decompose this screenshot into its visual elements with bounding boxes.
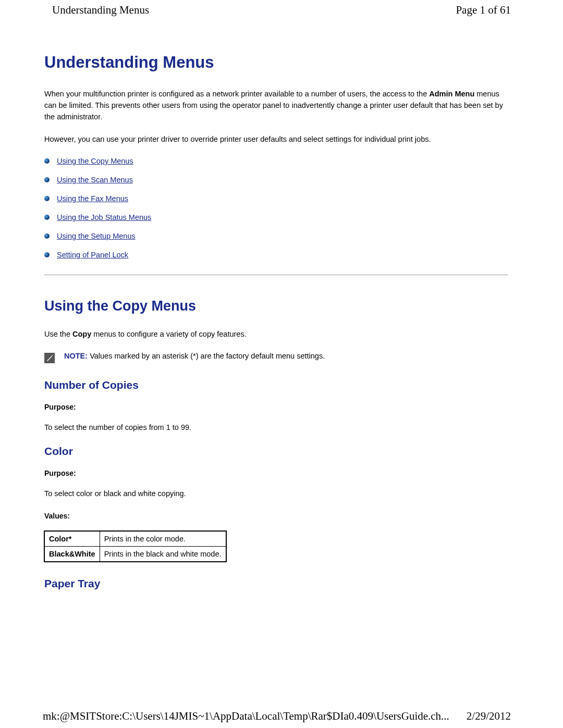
link-setup-menus[interactable]: Using the Setup Menus: [57, 232, 136, 240]
value-name: Black&White: [45, 547, 100, 562]
purpose-label: Purpose:: [44, 468, 508, 479]
list-item: Using the Scan Menus: [44, 176, 508, 184]
list-item: Using the Setup Menus: [44, 232, 508, 240]
subheading-number-copies: Number of Copies: [44, 379, 508, 391]
bullet-icon: [44, 252, 50, 257]
values-label: Values:: [44, 511, 508, 522]
color-values-table: Color* Prints in the color mode. Black&W…: [44, 531, 226, 562]
table-row: Color* Prints in the color mode.: [45, 532, 226, 547]
purpose-text: To select color or black and white copyi…: [44, 488, 508, 500]
value-name: Color*: [45, 532, 100, 547]
copy-intro-a: Use the: [44, 330, 72, 338]
note-label: NOTE:: [64, 352, 88, 360]
copy-intro-bold: Copy: [72, 330, 91, 338]
note-icon: [44, 353, 55, 363]
page-header: Understanding Menus Page 1 of 61: [0, 0, 563, 17]
bullet-icon: [44, 215, 50, 220]
copy-menus-section: Using the Copy Menus Use the Copy menus …: [44, 298, 508, 590]
table-row: Black&White Prints in the black and whit…: [45, 547, 226, 562]
note-text: NOTE: Values marked by an asterisk (*) a…: [64, 352, 325, 360]
divider: [44, 275, 508, 275]
value-desc: Prints in the black and white mode.: [100, 547, 226, 562]
intro-paragraph-2: However, you can use your printer driver…: [44, 134, 508, 145]
bullet-icon: [44, 196, 50, 201]
subheading-paper-tray: Paper Tray: [44, 577, 508, 590]
purpose-text: To select the number of copies from 1 to…: [44, 422, 508, 434]
content-area: Understanding Menus When your multifunct…: [0, 17, 563, 590]
copy-intro-b: menus to configure a variety of copy fea…: [91, 330, 246, 338]
toc-links: Using the Copy Menus Using the Scan Menu…: [44, 157, 508, 259]
bullet-icon: [44, 158, 50, 164]
bullet-icon: [44, 177, 50, 182]
note-row: NOTE: Values marked by an asterisk (*) a…: [44, 352, 508, 363]
purpose-label: Purpose:: [44, 402, 508, 413]
copy-intro: Use the Copy menus to configure a variet…: [44, 329, 508, 340]
intro-text-a: When your multifunction printer is confi…: [44, 90, 429, 98]
note-body: Values marked by an asterisk (*) are the…: [88, 352, 325, 360]
footer-date: 2/29/2012: [467, 710, 511, 723]
page-title: Understanding Menus: [44, 53, 508, 72]
intro-bold: Admin Menu: [429, 90, 474, 98]
list-item: Using the Fax Menus: [44, 194, 508, 203]
list-item: Using the Copy Menus: [44, 157, 508, 165]
bullet-icon: [44, 233, 50, 239]
page-footer: mk:@MSITStore:C:\Users\14JMIS~1\AppData\…: [0, 710, 563, 723]
intro-paragraph-1: When your multifunction printer is confi…: [44, 89, 508, 122]
subheading-color: Color: [44, 445, 508, 458]
link-job-status-menus[interactable]: Using the Job Status Menus: [57, 213, 151, 221]
link-panel-lock[interactable]: Setting of Panel Lock: [57, 251, 128, 259]
link-scan-menus[interactable]: Using the Scan Menus: [57, 176, 133, 184]
section-heading-copy: Using the Copy Menus: [44, 298, 508, 314]
link-fax-menus[interactable]: Using the Fax Menus: [57, 194, 128, 203]
footer-path: mk:@MSITStore:C:\Users\14JMIS~1\AppData\…: [43, 710, 449, 723]
list-item: Setting of Panel Lock: [44, 251, 508, 259]
list-item: Using the Job Status Menus: [44, 213, 508, 221]
page-indicator: Page 1 of 61: [456, 4, 511, 17]
value-desc: Prints in the color mode.: [100, 532, 226, 547]
header-title: Understanding Menus: [52, 4, 149, 17]
link-copy-menus[interactable]: Using the Copy Menus: [57, 157, 133, 165]
